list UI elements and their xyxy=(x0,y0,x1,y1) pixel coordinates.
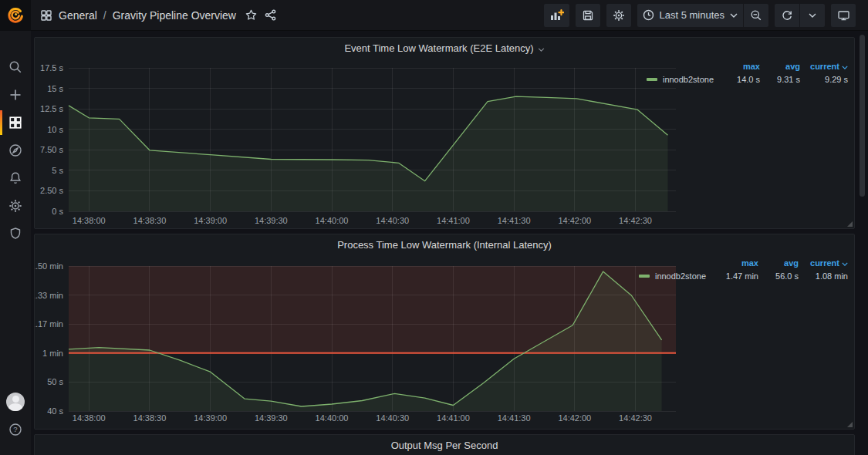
x-axis-tick-label: 14:39:00 xyxy=(194,216,227,225)
x-axis-tick-label: 14:41:30 xyxy=(498,413,531,423)
breadcrumb: General / Gravity Pipeline Overview xyxy=(40,9,276,22)
sidebar-item-help[interactable]: ? xyxy=(0,417,31,442)
gear-icon xyxy=(613,9,625,22)
bell-icon xyxy=(8,171,22,185)
x-axis-tick-label: 14:40:00 xyxy=(316,216,349,225)
save-dashboard-button[interactable] xyxy=(576,4,600,27)
x-axis-tick-label: 14:41:00 xyxy=(437,216,470,225)
scrollbar-thumb[interactable] xyxy=(860,35,865,197)
sort-caret-icon xyxy=(842,66,848,69)
grafana-flame-icon xyxy=(6,6,25,25)
legend-header-avg[interactable]: avg xyxy=(758,258,799,268)
legend-header-avg[interactable]: avg xyxy=(760,62,800,71)
x-axis-tick-label: 14:42:00 xyxy=(558,216,591,225)
legend-series[interactable]: innodb2stone xyxy=(647,75,721,84)
share-icon[interactable] xyxy=(265,9,276,21)
x-axis-tick-label: 14:42:30 xyxy=(619,216,652,225)
sidebar-item-profile[interactable] xyxy=(0,389,31,414)
save-icon xyxy=(582,9,594,22)
sidebar-item-search[interactable] xyxy=(0,55,31,79)
zoom-out-time-button[interactable] xyxy=(744,4,768,27)
series-color-swatch xyxy=(639,275,650,278)
y-axis-tick-label: 5 s xyxy=(52,166,63,175)
clock-icon xyxy=(643,9,654,21)
refresh-button[interactable] xyxy=(775,4,799,27)
sidebar-item-dashboards[interactable] xyxy=(0,110,31,135)
y-axis-tick-label: 1 min xyxy=(42,349,63,358)
x-axis-tick-label: 14:38:30 xyxy=(133,216,167,225)
breadcrumb-section[interactable]: General xyxy=(59,9,97,22)
refresh-interval-dropdown[interactable] xyxy=(800,4,825,27)
grafana-logo[interactable] xyxy=(0,0,31,31)
scrollbar-track xyxy=(860,34,866,452)
apps-grid-icon xyxy=(40,9,52,22)
sidebar: ? xyxy=(0,31,31,455)
x-axis-tick-label: 14:38:00 xyxy=(73,413,106,423)
help-icon: ? xyxy=(8,423,22,436)
sidebar-item-create[interactable] xyxy=(0,83,31,107)
y-axis-tick-label: 1.50 min xyxy=(35,261,63,271)
x-axis-tick-label: 14:42:00 xyxy=(558,413,591,423)
x-axis-tick-label: 14:41:00 xyxy=(437,413,470,423)
sidebar-item-configuration[interactable] xyxy=(0,194,31,218)
y-axis-tick-label: 50 s xyxy=(47,377,63,386)
svg-text:?: ? xyxy=(13,425,17,433)
legend: max avg current innodb2stone 1.47 min 56… xyxy=(639,258,848,281)
cycle-view-mode-button[interactable] xyxy=(831,4,856,27)
x-axis-tick-label: 14:40:30 xyxy=(376,216,409,225)
panel-resize-handle[interactable] xyxy=(847,221,853,227)
time-range-picker[interactable]: Last 5 minutes xyxy=(637,4,743,27)
legend-value-avg: 9.31 s xyxy=(760,75,800,84)
y-axis-tick-label: 0 s xyxy=(52,207,63,216)
legend-header-current[interactable]: current xyxy=(800,62,848,71)
caret-down-icon xyxy=(730,13,738,18)
sort-caret-icon xyxy=(842,262,848,266)
legend-value-avg: 56.0 s xyxy=(758,271,799,281)
x-axis-tick-label: 14:40:30 xyxy=(376,413,409,423)
y-axis-tick-label: 10 s xyxy=(47,125,63,134)
legend-value-max: 14.0 s xyxy=(721,75,760,84)
legend-header-max[interactable]: max xyxy=(721,62,760,71)
sidebar-item-alerting[interactable] xyxy=(0,166,31,190)
dashboard-title[interactable]: Gravity Pipeline Overview xyxy=(113,9,236,22)
series-color-swatch xyxy=(647,78,657,81)
panel-title[interactable]: Output Msg Per Second xyxy=(35,440,854,451)
x-axis-tick-label: 14:38:00 xyxy=(73,216,106,225)
breadcrumb-separator: / xyxy=(103,9,106,22)
x-axis-tick-label: 14:39:30 xyxy=(255,216,288,225)
legend-series[interactable]: innodb2stone xyxy=(639,271,714,281)
y-axis-tick-label: 1.17 min xyxy=(35,319,63,329)
toolbar: Last 5 minutes xyxy=(544,4,856,27)
search-icon xyxy=(8,60,22,74)
star-icon[interactable] xyxy=(245,9,257,21)
sidebar-item-server-admin[interactable] xyxy=(0,221,31,246)
panel-output-msg-per-second: Output Msg Per Second xyxy=(34,434,855,455)
panel-event-time-low-watermark: Event Time Low Watermark (E2E Latency) 1… xyxy=(34,37,855,229)
legend-value-max: 1.47 min xyxy=(714,271,758,281)
y-axis-tick-label: 17.5 s xyxy=(40,63,63,72)
sidebar-item-explore[interactable] xyxy=(0,138,31,163)
caret-down-icon xyxy=(809,13,816,18)
time-range-label: Last 5 minutes xyxy=(659,9,724,21)
add-panel-button[interactable] xyxy=(544,4,569,27)
compass-icon xyxy=(8,143,22,157)
y-axis-tick-label: 15 s xyxy=(47,84,63,93)
x-axis-tick-label: 14:40:00 xyxy=(316,413,349,423)
dashboard-settings-button[interactable] xyxy=(606,4,631,27)
legend-header-max[interactable]: max xyxy=(714,258,758,268)
x-axis-tick-label: 14:42:30 xyxy=(619,413,652,423)
x-axis-tick-label: 14:38:30 xyxy=(133,413,167,423)
navbar: General / Gravity Pipeline Overview xyxy=(0,0,868,31)
legend-header-current[interactable]: current xyxy=(799,258,848,268)
y-axis-tick-label: 2.50 s xyxy=(40,186,63,195)
y-axis-tick-label: 7.50 s xyxy=(40,145,63,154)
y-axis-tick-label: 12.5 s xyxy=(40,104,63,113)
user-avatar xyxy=(6,393,25,411)
panel-resize-handle[interactable] xyxy=(847,422,853,427)
gear-icon xyxy=(8,199,22,213)
y-axis-tick-label: 1.33 min xyxy=(35,291,63,300)
series-area-fill xyxy=(69,96,668,211)
y-axis-tick-label: 40 s xyxy=(47,406,63,416)
plus-icon xyxy=(8,88,22,102)
monitor-icon xyxy=(837,9,850,22)
